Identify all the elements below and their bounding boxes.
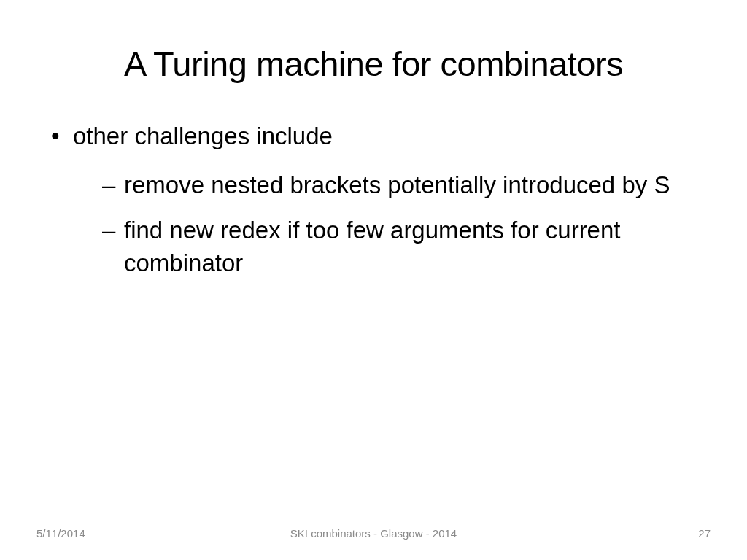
slide-body: other challenges include remove nested b… <box>51 120 696 279</box>
footer-page-number: 27 <box>698 527 711 540</box>
slide-title: A Turing machine for combinators <box>51 44 696 84</box>
bullet-level2: find new redex if too few arguments for … <box>51 214 696 279</box>
footer-date: 5/11/2014 <box>36 527 85 540</box>
footer-center: SKI combinators - Glasgow - 2014 <box>290 527 457 540</box>
bullet-level2: remove nested brackets potentially intro… <box>51 169 696 202</box>
slide-footer: 5/11/2014 SKI combinators - Glasgow - 20… <box>0 527 747 540</box>
bullet-level1: other challenges include <box>51 120 696 153</box>
slide-container: A Turing machine for combinators other c… <box>0 0 747 560</box>
